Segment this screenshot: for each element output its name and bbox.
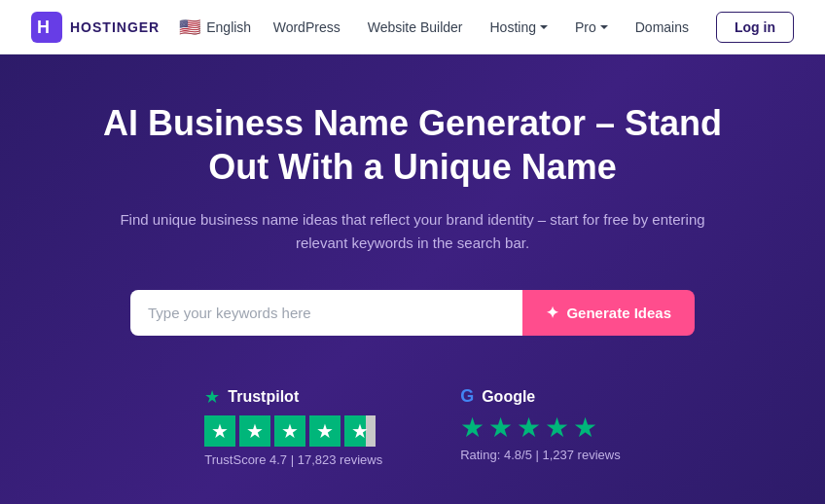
g-star-1: ★ [460, 414, 484, 442]
pro-dropdown-icon [600, 25, 608, 29]
language-selector[interactable]: 🇺🇸 English [179, 17, 251, 38]
tp-star-1 [204, 415, 235, 447]
google-score-text: Rating: 4.8/5 | 1,237 reviews [460, 448, 621, 462]
google-label: Google [482, 388, 535, 406]
login-button[interactable]: Log in [716, 12, 794, 43]
keyword-search-input[interactable] [130, 290, 522, 336]
hero-title: AI Business Name Generator – Stand Out W… [97, 101, 728, 189]
google-logo-g: G [460, 386, 474, 407]
sparkle-icon: ✦ [546, 304, 558, 322]
logo[interactable]: H HOSTINGER [31, 12, 160, 43]
nav-link-pro[interactable]: Pro [563, 12, 620, 43]
google-stars: ★ ★ ★ ★ ★ [460, 414, 597, 442]
google-header: G Google [460, 386, 535, 407]
trustpilot-label: Trustpilot [228, 388, 299, 406]
trustpilot-logo-star: ★ [204, 386, 220, 408]
language-label: English [206, 19, 251, 35]
hero-subtitle: Find unique business name ideas that ref… [101, 208, 724, 255]
logo-text: HOSTINGER [70, 19, 160, 35]
hosting-dropdown-icon [540, 25, 548, 29]
nav-links: WordPress Website Builder Hosting Pro Do… [262, 12, 700, 43]
trustpilot-score-text: TrustScore 4.7 | 17,823 reviews [204, 452, 382, 467]
nav-link-domains[interactable]: Domains [624, 12, 700, 43]
generate-ideas-button[interactable]: ✦ Generate Ideas [522, 290, 695, 336]
search-row: ✦ Generate Ideas [130, 290, 695, 336]
tp-star-2 [239, 415, 270, 447]
g-star-5: ★ [573, 414, 597, 442]
flag-icon: 🇺🇸 [179, 17, 200, 38]
trustpilot-header: ★ Trustpilot [204, 386, 299, 408]
g-star-3: ★ [517, 414, 541, 442]
hostinger-logo-icon: H [31, 12, 62, 43]
ratings-row: ★ Trustpilot TrustScore 4.7 | 17,823 rev… [204, 386, 620, 467]
hero-section: AI Business Name Generator – Stand Out W… [0, 54, 825, 504]
tp-star-3 [274, 415, 305, 447]
nav-link-wordpress[interactable]: WordPress [262, 12, 352, 43]
tp-star-5-half [344, 415, 376, 447]
navbar: H HOSTINGER 🇺🇸 English WordPress Website… [0, 0, 825, 54]
tp-star-4 [309, 415, 341, 447]
nav-link-website-builder[interactable]: Website Builder [356, 12, 475, 43]
svg-text:H: H [37, 18, 50, 37]
g-star-4: ★ [545, 414, 569, 442]
g-star-2: ★ [488, 414, 513, 442]
nav-link-hosting[interactable]: Hosting [478, 12, 558, 43]
google-rating: G Google ★ ★ ★ ★ ★ Rating: 4.8/5 | 1,237… [460, 386, 621, 462]
trustpilot-rating: ★ Trustpilot TrustScore 4.7 | 17,823 rev… [204, 386, 382, 467]
trustpilot-stars [204, 415, 376, 447]
